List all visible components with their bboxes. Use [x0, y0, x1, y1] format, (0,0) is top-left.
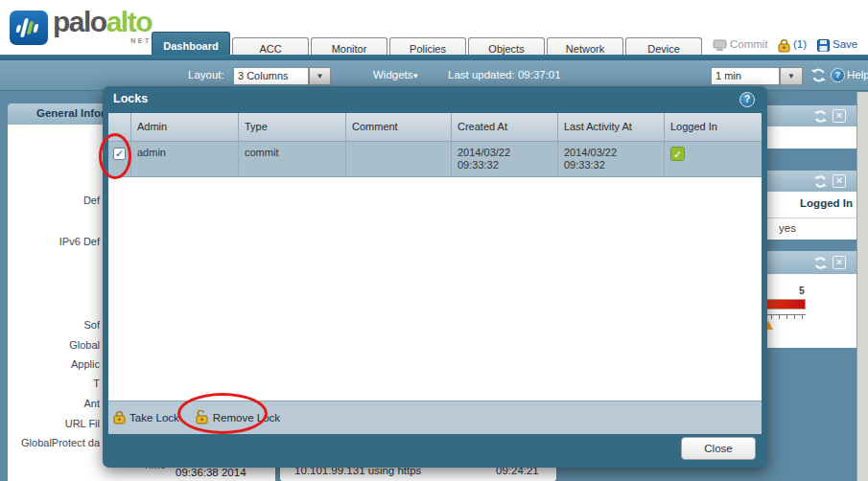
gi-time-value: 09:36:38 2014	[176, 467, 246, 478]
take-lock-label: Take Lock	[129, 412, 179, 424]
column-created-at[interactable]: Created At	[452, 113, 558, 141]
take-lock-button[interactable]: Take Lock	[113, 410, 179, 426]
logo-word-alto: alto	[106, 6, 152, 37]
locks-table-header: Admin Type Comment Created At Last Activ…	[108, 113, 762, 142]
gi-label-url-filtering: URL Fil	[8, 418, 100, 429]
widget-close-icon[interactable]: ×	[833, 109, 846, 123]
row-last-activity-at: 2014/03/22 09:33:32	[558, 142, 665, 176]
lock-table-row[interactable]: ✓ admin commit 2014/03/22 09:33:32 2014/…	[108, 142, 762, 177]
widget-refresh-icon[interactable]	[813, 109, 828, 124]
widget-close-icon[interactable]: ×	[833, 174, 846, 188]
open-lock-icon	[195, 410, 209, 426]
gi-label-globalprotect-data: GlobalProtect da	[8, 437, 100, 448]
layout-select-arrow-icon[interactable]: ▼	[309, 67, 331, 85]
row-comment	[346, 142, 452, 176]
row-checkbox-cell: ✓	[108, 142, 131, 176]
row-created-at: 2014/03/22 09:33:32	[452, 142, 558, 176]
logo-word-palo: palo	[53, 6, 106, 37]
save-icon	[817, 39, 830, 54]
page-scrollbar[interactable]	[856, 92, 868, 481]
widgets-caret-icon: ▾	[413, 71, 418, 80]
layout-label: Layout:	[188, 69, 224, 80]
row-checkbox[interactable]: ✓	[113, 148, 126, 160]
row-type: commit	[239, 142, 346, 176]
locks-table: Admin Type Comment Created At Last Activ…	[108, 113, 762, 401]
column-last-activity-at[interactable]: Last Activity At	[558, 113, 665, 141]
widgets-menu[interactable]: Widgets	[373, 69, 413, 80]
gi-label-threat: T	[8, 378, 100, 389]
gi-label-globalprotect: Global	[8, 339, 100, 351]
dialog-help-icon[interactable]: ?	[739, 92, 755, 107]
widget-refresh-icon[interactable]	[813, 256, 828, 270]
gi-label-antivirus: Ant	[8, 398, 100, 409]
paloalto-logo-text: paloalto	[53, 6, 152, 38]
widget-close-icon[interactable]: ×	[833, 256, 846, 269]
commit-icon	[713, 39, 727, 54]
top-bar: paloalto NETWORKS Dashboard ACC Monitor …	[0, 0, 868, 55]
lock-actions-bar: Take Lock Remove Lock	[108, 401, 762, 434]
row-admin: admin	[131, 142, 239, 176]
screen: paloalto NETWORKS Dashboard ACC Monitor …	[0, 0, 868, 481]
column-admin[interactable]: Admin	[131, 113, 239, 141]
save-button[interactable]: Save	[833, 38, 857, 50]
paloalto-logo-icon	[10, 11, 48, 45]
logged-in-check-icon: ✓	[670, 147, 685, 161]
dialog-title: Locks	[113, 92, 148, 105]
row-logged-in-cell: ✓	[665, 142, 762, 176]
widget-refresh-icon[interactable]	[813, 174, 828, 189]
last-updated-text: Last updated: 09:37:01	[448, 69, 561, 80]
column-select[interactable]	[108, 113, 131, 141]
column-type[interactable]: Type	[239, 113, 346, 141]
layout-select[interactable]: 3 Columns	[233, 67, 309, 85]
remove-lock-label: Remove Lock	[213, 412, 280, 424]
gi-label-application: Applic	[8, 358, 100, 370]
lock-count-badge[interactable]: (1)	[793, 38, 807, 50]
remove-lock-button[interactable]: Remove Lock	[195, 410, 280, 426]
gi-label-default: Def	[8, 195, 100, 206]
help-link[interactable]: Help	[847, 69, 868, 80]
refresh-icon[interactable]	[810, 67, 827, 85]
refresh-interval-arrow-icon[interactable]: ▼	[780, 67, 803, 85]
closed-lock-icon	[113, 410, 126, 426]
gi-label-ipv6-default: IPv6 Def	[8, 236, 100, 247]
close-button[interactable]: Close	[681, 437, 756, 460]
column-comment[interactable]: Comment	[346, 113, 452, 141]
gi-label-software: Sof	[8, 319, 100, 331]
logged-in-value: yes	[779, 222, 796, 234]
column-logged-in[interactable]: Logged In	[665, 113, 762, 141]
commit-button[interactable]: Commit	[730, 38, 768, 50]
refresh-interval-select[interactable]: 1 min	[711, 67, 780, 85]
logged-in-column-header: Logged In	[800, 197, 853, 209]
locks-dialog: Locks ? Admin Type Comment Created At La…	[103, 86, 767, 468]
lock-icon	[778, 38, 790, 55]
help-icon[interactable]: ?	[831, 68, 845, 82]
gauge-tick-5: 5	[799, 285, 805, 296]
